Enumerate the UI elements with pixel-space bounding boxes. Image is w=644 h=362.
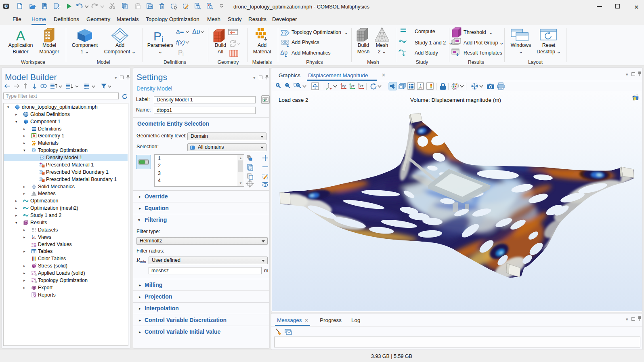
svg-text:8.85: 8.85 (31, 242, 36, 245)
svg-text:xy: xy (342, 84, 346, 88)
svg-text:xz: xz (360, 84, 364, 88)
svg-text:i: i (183, 51, 184, 57)
svg-text:i: i (162, 35, 163, 44)
svg-text:?: ? (284, 31, 287, 36)
svg-text:yz: yz (351, 84, 355, 88)
svg-text:Δυ: Δυ (280, 49, 287, 56)
svg-text:P: P (153, 29, 162, 43)
svg-text:A: A (16, 28, 25, 43)
svg-text:P: P (178, 49, 183, 57)
svg-text:a=: a= (176, 28, 184, 36)
svg-text:Δυ: Δυ (192, 28, 200, 35)
svg-text:?: ? (33, 149, 35, 152)
svg-text:?: ? (40, 178, 42, 181)
svg-text:e-12: e-12 (31, 245, 37, 247)
svg-text:f(x): f(x) (176, 39, 185, 46)
svg-text:?: ? (40, 170, 42, 173)
svg-text:?: ? (41, 156, 43, 160)
